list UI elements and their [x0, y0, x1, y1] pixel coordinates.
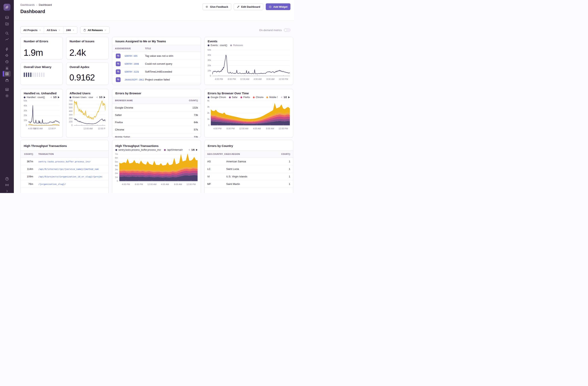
widget-high-throughput-chart[interactable]: High Throughput Transactions sentry.task… — [112, 140, 201, 193]
legend-item[interactable]: Google Chrome — [208, 96, 226, 99]
table-row[interactable]: VIU.S. Virgin Islands1 — [205, 173, 293, 180]
issue-link[interactable]: SENTRY-VD5 — [125, 55, 138, 57]
releases-icon[interactable] — [4, 77, 10, 83]
page-next-icon[interactable] — [196, 149, 198, 151]
legend-item[interactable]: Firefox — [240, 96, 250, 99]
widget-affected-users[interactable]: Affected Users Known Users : cour1/3 010… — [66, 89, 109, 138]
environment-filter[interactable]: All Envs — [44, 27, 63, 33]
add-widget-button[interactable]: Add Widget — [266, 3, 291, 10]
expand-sidebar-icon[interactable] — [4, 188, 10, 193]
releases-filter[interactable]: All Releases — [80, 26, 110, 34]
table-row[interactable]: 114m/api/0/internal/rpc/{service_name}/{… — [21, 165, 108, 173]
issue-link[interactable]: SENTRY-16H8 — [125, 63, 139, 65]
table-row[interactable]: Safari73k — [112, 111, 201, 119]
page-prev-icon[interactable] — [96, 96, 98, 98]
widget-user-misery[interactable]: Overall User Misery — [20, 63, 63, 85]
legend-item[interactable]: Releases — [230, 44, 243, 47]
transaction-link[interactable]: /api/0/projects/{organization_id_or_slug… — [38, 175, 103, 178]
legend-item[interactable]: sentry.tasks.process_buffer.process_incr — [115, 149, 161, 151]
table-row[interactable]: LCSaint Lucia1 — [205, 165, 293, 173]
handled-chart[interactable]: 010k20k30k40k50k 4:00 PM12:00 AM12:00 P — [21, 100, 63, 130]
legend-item[interactable]: Known Users : cour — [70, 96, 93, 99]
table-row[interactable]: TESENTRY-VD5Tag value was not a strin — [112, 52, 201, 60]
column-header[interactable]: GEO.COUNTRY_CODE — [205, 153, 226, 155]
give-feedback-button[interactable]: Give Feedback — [203, 3, 231, 10]
table-row[interactable]: MFSaint Martin1 — [205, 180, 293, 188]
affected-users-chart[interactable]: 0100200300400500600700 12:00 AM12:00 P — [66, 100, 108, 130]
table-row[interactable]: Firefox64k — [112, 119, 201, 126]
column-header[interactable]: TRANSACTION — [33, 153, 108, 155]
assignee-badge[interactable]: TE — [116, 77, 121, 82]
table-row[interactable]: TEJAVASCRIPT-1BG2Project creation failed — [112, 76, 201, 84]
widget-apdex[interactable]: Overall Apdex 0.9162 — [66, 63, 109, 85]
dashboards-icon[interactable] — [3, 71, 11, 77]
legend-item[interactable]: Mobile S — [266, 96, 278, 99]
widget-events[interactable]: Events Events : count()Releases 010k20k3… — [204, 37, 293, 85]
issues-icon[interactable] — [4, 15, 10, 20]
table-row[interactable]: 367msentry.tasks.process_buffer.process_… — [21, 158, 108, 165]
issue-link[interactable]: SENTRY-32ZQ — [125, 70, 139, 73]
assignee-badge[interactable]: TE — [116, 62, 121, 66]
table-row[interactable]: 76m/{organization_slug}/ — [21, 180, 108, 188]
legend-item[interactable]: /api/0/internal/r — [164, 149, 183, 151]
sentry-logo[interactable] — [3, 4, 10, 11]
table-row[interactable]: Mobile Safari33k — [112, 133, 201, 138]
column-header[interactable]: COUNT() — [279, 153, 293, 155]
replays-icon[interactable] — [4, 59, 10, 65]
column-header[interactable]: ASSIGNEE — [112, 47, 125, 50]
widget-errors-by-country[interactable]: Errors by Country GEO.COUNTRY_CODEGEO.RE… — [204, 140, 293, 193]
browser-over-time-chart[interactable]: 01k2k3k4k 4:00 PM8:00 PM12:00 AM4:00 AM8… — [205, 100, 293, 130]
high-throughput-chart[interactable]: 01m2m3m4m5m6m7m 4:00 PM8:00 PM12:00 AM4:… — [112, 154, 201, 186]
assignee-badge[interactable]: TE — [116, 54, 121, 58]
settings-icon[interactable] — [4, 93, 10, 98]
issue-link[interactable]: JAVASCRIPT-1BG2 — [125, 78, 144, 81]
page-next-icon[interactable] — [288, 96, 290, 98]
broadcast-icon[interactable] — [4, 182, 10, 188]
widget-issues-assigned[interactable]: Issues Assigned to Me or My Teams ASSIGN… — [112, 37, 201, 85]
projects-icon[interactable] — [4, 21, 10, 26]
events-chart[interactable]: 010k20k30k40k50k 4:00 PM8:00 PM12:00 AM4… — [205, 50, 293, 81]
column-header[interactable]: TITLE — [145, 47, 201, 50]
lightning-icon[interactable] — [4, 46, 10, 52]
table-row[interactable]: TESENTRY-32ZQSoftTimeLimitExceeded — [112, 68, 201, 76]
transaction-link[interactable]: sentry.tasks.process_buffer.process_incr — [38, 160, 91, 163]
column-header[interactable]: COUNT() — [183, 99, 201, 102]
assignee-badge[interactable]: TE — [116, 69, 121, 74]
page-prev-icon[interactable] — [281, 96, 282, 98]
help-icon[interactable] — [4, 176, 10, 182]
widget-errors-by-browser-over-time[interactable]: Errors by Browser Over Time Google Chrom… — [204, 89, 293, 138]
stats-icon[interactable] — [4, 87, 10, 92]
column-header[interactable]: GEO.REGION — [226, 153, 279, 155]
edit-dashboard-button[interactable]: Edit Dashboard — [234, 3, 263, 10]
table-row[interactable]: TESENTRY-16H8Could not convert query — [112, 60, 201, 68]
alerts-icon[interactable] — [4, 65, 10, 71]
table-row[interactable]: Chrome57k — [112, 126, 201, 133]
project-filter[interactable]: All Projects — [21, 27, 44, 33]
breadcrumb-dashboards[interactable]: Dashboards — [20, 3, 35, 6]
time-range-filter[interactable]: 24H — [63, 27, 77, 33]
transaction-link[interactable]: /api/0/internal/rpc/{service_name}/{meth… — [38, 168, 99, 170]
legend-item[interactable]: Events : count() — [208, 44, 227, 47]
page-prev-icon[interactable] — [188, 149, 190, 151]
table-row[interactable]: ASAmerican Samoa1 — [205, 158, 293, 165]
page-prev-icon[interactable] — [50, 96, 52, 98]
column-header[interactable]: ISSUE — [125, 47, 145, 50]
widget-number-of-errors[interactable]: Number of Errors 1.9m — [20, 37, 63, 59]
legend-item[interactable]: Safari — [229, 96, 237, 99]
megaphone-icon[interactable] — [4, 53, 10, 58]
transaction-link[interactable]: /{organization_slug}/ — [38, 183, 66, 185]
widget-number-of-issues[interactable]: Number of Issues 2.4k — [66, 37, 109, 59]
page-next-icon[interactable] — [104, 96, 105, 98]
column-header[interactable]: BROWSER.NAME — [112, 99, 183, 102]
page-next-icon[interactable] — [58, 96, 60, 98]
search-icon[interactable] — [4, 30, 10, 36]
on-demand-toggle[interactable] — [284, 28, 291, 32]
legend-item[interactable]: Chrome — [253, 96, 264, 99]
column-header[interactable]: COUNT() — [21, 153, 33, 155]
table-row[interactable]: 109m/api/0/projects/{organization_id_or_… — [21, 173, 108, 180]
performance-icon[interactable] — [4, 37, 10, 42]
legend-item[interactable]: Handled : count() — [24, 96, 45, 99]
widget-handled-vs-unhandled[interactable]: Handled vs. Unhandled Handled : count()1… — [20, 89, 63, 138]
widget-errors-by-browser[interactable]: Errors by Browser BROWSER.NAMECOUNT()Goo… — [112, 89, 201, 138]
widget-high-throughput-table[interactable]: High Throughput Transactions COUNT()TRAN… — [20, 140, 109, 193]
